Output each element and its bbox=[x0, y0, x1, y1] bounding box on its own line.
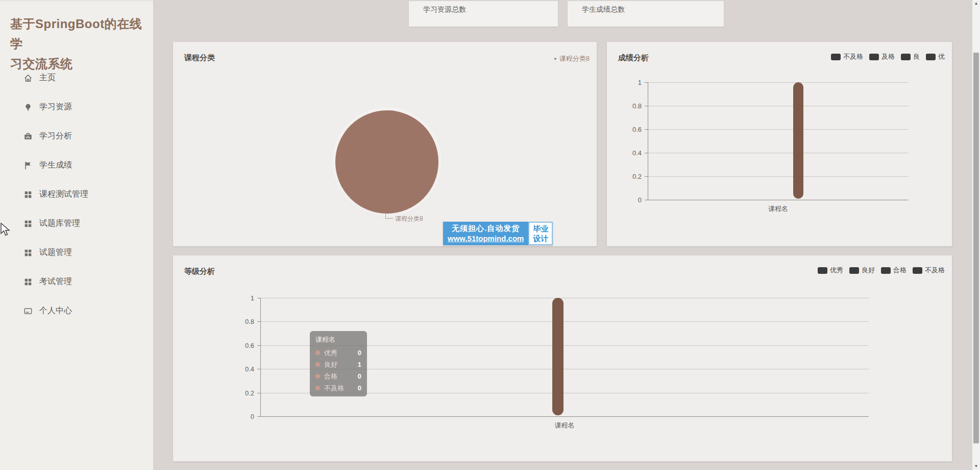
sidebar: 基于SpringBoot的在线学 习交流系统 主页学习资源学习分析学生成绩课程测… bbox=[0, 0, 153, 470]
tooltip-series-dot-icon bbox=[315, 386, 320, 390]
gridline bbox=[648, 82, 909, 83]
tooltip-series-dot-icon bbox=[315, 362, 320, 367]
watermark-badge-line1: 毕业 bbox=[533, 224, 548, 233]
sidebar-item-label: 学习资源 bbox=[39, 102, 72, 112]
panel-grade-analysis: 等级分析 优秀良好合格不及格 10.80.60.40.20课程名 课程名 优秀0… bbox=[173, 255, 952, 461]
tooltip-row-不及格: 不及格0 bbox=[315, 382, 361, 394]
tooltip-row-value: 0 bbox=[358, 372, 361, 380]
gridline bbox=[260, 321, 869, 322]
app-title-line1: 基于SpringBoot的在线学 bbox=[10, 14, 144, 54]
dashboard-screen: 基于SpringBoot的在线学 习交流系统 主页学习资源学习分析学生成绩课程测… bbox=[0, 0, 980, 470]
gridline bbox=[648, 200, 909, 200]
grid-icon bbox=[23, 277, 33, 287]
pie-slice-course-category[interactable] bbox=[335, 110, 438, 214]
y-tick-label: 0.8 bbox=[232, 318, 254, 325]
sidebar-item-label: 个人中心 bbox=[39, 306, 72, 316]
sidebar-item-course-test-management[interactable]: 课程测试管理 bbox=[0, 180, 153, 209]
sidebar-item-label: 学习分析 bbox=[39, 131, 72, 142]
sidebar-nav: 主页学习资源学习分析学生成绩课程测试管理试题库管理试题管理考试管理个人中心 bbox=[0, 63, 153, 325]
sidebar-item-label: 学生成绩 bbox=[39, 160, 72, 171]
sidebar-item-question-management[interactable]: 试题管理 bbox=[0, 238, 153, 267]
tooltip-row-label: 良好 bbox=[324, 360, 337, 369]
gridline bbox=[648, 106, 909, 106]
mouse-cursor-icon bbox=[1, 223, 11, 236]
tooltip-row-value: 0 bbox=[358, 349, 361, 357]
watermark-text-block: 无须担心.自动发货 www.51topmind.com bbox=[443, 222, 528, 245]
tooltip-row-label: 优秀 bbox=[324, 348, 337, 358]
grid-icon bbox=[23, 190, 33, 200]
scrollbar-thumb[interactable] bbox=[973, 53, 979, 443]
tooltip-row-优秀: 优秀0 bbox=[315, 347, 361, 359]
x-category-label: 课程名 bbox=[768, 204, 788, 214]
watermark-line1: 无须担心.自动发货 bbox=[448, 224, 524, 233]
panel-course-category: 课程分类 课程分类8 课程分类8 bbox=[173, 42, 597, 246]
sidebar-item-label: 主页 bbox=[39, 73, 56, 83]
y-tick-label: 0.2 bbox=[232, 389, 254, 396]
gridline bbox=[260, 416, 869, 417]
pie-label-leader-line-icon bbox=[385, 213, 393, 219]
gridline bbox=[648, 129, 909, 130]
sidebar-item-student-grades[interactable]: 学生成绩 bbox=[0, 151, 153, 180]
sidebar-item-label: 试题管理 bbox=[39, 247, 72, 258]
grid-icon bbox=[23, 248, 33, 258]
tooltip-series-dot-icon bbox=[315, 374, 320, 379]
sidebar-item-exam-management[interactable]: 考试管理 bbox=[0, 267, 153, 296]
y-axis-line bbox=[648, 82, 648, 200]
y-tick-label: 1 bbox=[619, 79, 642, 86]
y-tick-label: 0 bbox=[232, 413, 254, 420]
sidebar-item-learning-analysis[interactable]: 学习分析 bbox=[0, 122, 153, 151]
sidebar-item-question-bank-management[interactable]: 试题库管理 bbox=[0, 209, 153, 238]
flag-icon bbox=[23, 160, 33, 171]
sidebar-item-learning-resources[interactable]: 学习资源 bbox=[0, 92, 153, 122]
sidebar-item-home[interactable]: 主页 bbox=[0, 63, 153, 92]
bar-chart-grade-analysis: 10.80.60.40.20课程名 bbox=[173, 255, 952, 461]
panel-title-course-category: 课程分类 bbox=[184, 53, 215, 63]
gridline bbox=[260, 298, 869, 298]
scroll-up-arrow-icon[interactable]: ▲ bbox=[972, 0, 980, 7]
y-tick-label: 0.4 bbox=[619, 149, 642, 157]
y-tick-label: 0.2 bbox=[619, 173, 642, 180]
vertical-scrollbar[interactable]: ▲ ▼ bbox=[972, 0, 980, 470]
scroll-down-arrow-icon[interactable]: ▼ bbox=[972, 463, 980, 470]
pie-slice-label: 课程分类8 bbox=[395, 215, 423, 223]
y-tick-label: 0.6 bbox=[619, 126, 642, 133]
tooltip-row-value: 1 bbox=[358, 361, 361, 368]
home-icon bbox=[23, 73, 33, 83]
tooltip-row-label: 不及格 bbox=[324, 384, 344, 393]
sidebar-item-label: 试题库管理 bbox=[39, 218, 80, 229]
tooltip-row-label: 合格 bbox=[324, 372, 337, 381]
id-card-icon bbox=[23, 306, 33, 316]
tooltip-row-合格: 合格0 bbox=[315, 370, 361, 382]
gridline bbox=[648, 176, 909, 177]
watermark: 无须担心.自动发货 www.51topmind.com 毕业 设计 bbox=[443, 222, 553, 245]
stat-card-label: 学生成绩总数 bbox=[582, 5, 625, 13]
stat-card-learning-resources: 学习资源总数 bbox=[409, 1, 558, 27]
grid-icon bbox=[23, 219, 33, 229]
bar-chart-score-analysis: 10.80.60.40.20课程名 bbox=[607, 42, 952, 246]
tooltip-series-dot-icon bbox=[315, 350, 320, 355]
sidebar-item-label: 考试管理 bbox=[39, 276, 72, 287]
y-tick-label: 0 bbox=[619, 196, 642, 204]
sidebar-item-personal-center[interactable]: 个人中心 bbox=[0, 296, 153, 325]
bar-优[interactable] bbox=[793, 82, 803, 199]
panel-score-analysis: 成绩分析 不及格及格良优 10.80.60.40.20课程名 bbox=[607, 42, 952, 246]
gridline bbox=[648, 153, 909, 153]
y-tick-label: 0.8 bbox=[619, 102, 642, 110]
y-tick-label: 0.6 bbox=[232, 341, 254, 349]
tooltip-rows: 优秀0良好1合格0不及格0 bbox=[315, 347, 361, 394]
bar-良好[interactable] bbox=[552, 298, 564, 415]
pie-legend-item[interactable]: 课程分类8 bbox=[554, 54, 590, 63]
pie-legend-label: 课程分类8 bbox=[559, 54, 590, 63]
watermark-badge: 毕业 设计 bbox=[528, 222, 553, 245]
chart-tooltip: 课程名 优秀0良好1合格0不及格0 bbox=[310, 331, 367, 396]
briefcase-chart-icon bbox=[23, 131, 33, 142]
y-tick-label: 1 bbox=[232, 294, 254, 302]
stat-card-label: 学习资源总数 bbox=[423, 5, 466, 13]
y-axis-line bbox=[260, 298, 261, 417]
legend-dot-icon bbox=[554, 58, 556, 60]
sidebar-item-label: 课程测试管理 bbox=[39, 189, 88, 200]
tooltip-title: 课程名 bbox=[315, 335, 361, 344]
y-tick-label: 0.4 bbox=[232, 365, 254, 373]
watermark-badge-line2: 设计 bbox=[533, 233, 548, 243]
watermark-url: www.51topmind.com bbox=[448, 234, 524, 243]
